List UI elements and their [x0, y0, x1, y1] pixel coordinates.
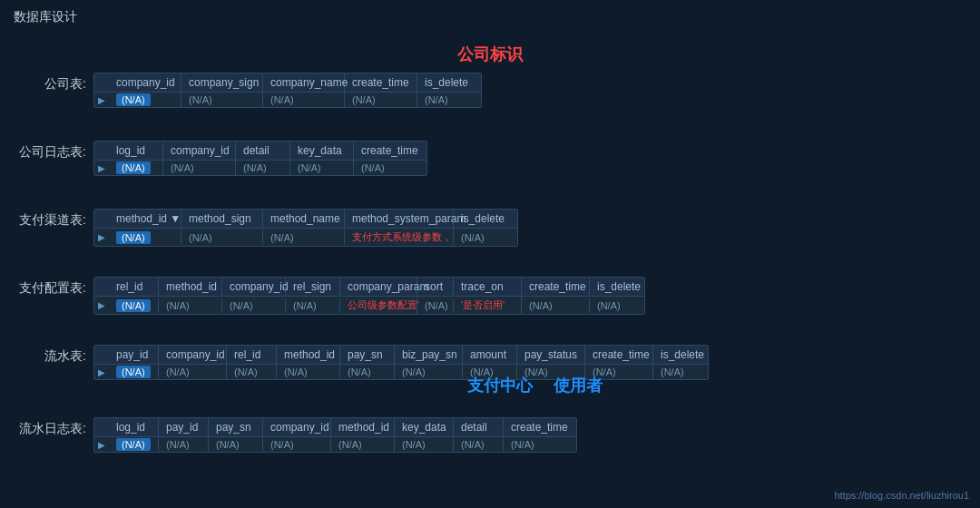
overlay-label: 支付中心: [467, 375, 533, 396]
column-header: is_delete: [454, 210, 517, 228]
column-header: method_id: [331, 418, 395, 436]
table-cell: (N/A): [109, 230, 181, 245]
column-header: create_time: [522, 278, 590, 296]
column-header: key_data: [290, 142, 354, 160]
row-expand-icon[interactable]: ▶: [94, 366, 109, 379]
table-cell: (N/A): [109, 298, 159, 313]
row-label: 流水表:: [14, 345, 86, 365]
table-cell: (N/A): [590, 298, 644, 313]
table-cell: (N/A): [109, 161, 163, 175]
table-cell: (N/A): [354, 161, 426, 175]
table-cell: (N/A): [454, 437, 504, 452]
column-header: detail: [454, 418, 504, 436]
table-cell: (N/A): [653, 365, 708, 379]
table-cell: (N/A): [181, 93, 263, 107]
table-cell: (N/A): [236, 161, 290, 175]
table-cell: (N/A): [159, 298, 222, 313]
column-header: method_id: [159, 278, 222, 296]
row-label: 流水日志表:: [14, 417, 86, 437]
column-header: log_id: [109, 142, 163, 160]
table-cell: (N/A): [290, 161, 354, 175]
row-expand-icon[interactable]: ▶: [94, 230, 109, 244]
column-header: method_name: [263, 210, 345, 228]
table-cell: (N/A): [340, 365, 395, 379]
row-expand-icon[interactable]: ▶: [94, 438, 109, 452]
row-label: 支付渠道表:: [14, 209, 86, 229]
table-cell: (N/A): [163, 161, 236, 175]
column-header: rel_id: [109, 278, 159, 296]
table-cell: (N/A): [417, 298, 454, 313]
overlay-label: 使用者: [554, 375, 603, 396]
column-header: is_delete: [653, 346, 708, 364]
table-cell: (N/A): [263, 437, 331, 452]
table-cell: (N/A): [109, 93, 181, 107]
column-header: method_id: [277, 346, 340, 364]
table-row: 流水日志表:log_idpay_idpay_sncompany_idmethod…: [14, 417, 577, 453]
db-table: company_idcompany_signcompany_namecreate…: [93, 73, 482, 108]
column-header: biz_pay_sn: [395, 346, 463, 364]
table-cell: (N/A): [109, 365, 159, 379]
column-header: detail: [236, 142, 290, 160]
table-row: 公司表:company_idcompany_signcompany_namecr…: [14, 73, 482, 108]
table-cell: (N/A): [286, 298, 340, 313]
table-row: 流水表:pay_idcompany_idrel_idmethod_idpay_s…: [14, 345, 709, 380]
table-cell: (N/A): [263, 93, 345, 107]
db-table: log_idcompany_iddetailkey_datacreate_tim…: [93, 141, 427, 176]
column-header: company_id: [159, 346, 227, 364]
column-header: create_time: [504, 418, 576, 436]
watermark: https://blog.csdn.net/liuzhirou1: [834, 490, 969, 501]
column-header: company_id: [109, 73, 181, 92]
row-label: 支付配置表:: [14, 277, 86, 297]
column-header: sort: [417, 278, 454, 296]
table-cell: (N/A): [109, 437, 159, 452]
column-header: rel_id: [227, 346, 277, 364]
table-cell: (N/A): [159, 365, 227, 379]
column-header: key_data: [395, 418, 454, 436]
row-expand-icon[interactable]: ▶: [94, 93, 109, 107]
table-cell: (N/A): [454, 230, 517, 245]
column-header: company_id: [163, 142, 236, 160]
column-header: create_time: [354, 142, 426, 160]
table-row: 支付渠道表:method_id ▼method_signmethod_namem…: [14, 209, 518, 247]
column-header: method_sign: [181, 210, 263, 228]
row-label: 公司表:: [14, 73, 86, 93]
column-header: pay_status: [517, 346, 585, 364]
table-row: 支付配置表:rel_idmethod_idcompany_idrel_signc…: [14, 277, 645, 315]
table-cell: (N/A): [222, 298, 286, 313]
table-cell: (N/A): [263, 230, 345, 245]
center-label: 公司标识: [0, 44, 980, 65]
table-cell: 公司级参数配置': [340, 297, 417, 314]
table-cell: (N/A): [395, 437, 454, 452]
column-header: is_delete: [417, 73, 481, 92]
column-header: trace_on: [454, 278, 522, 296]
column-header: is_delete: [590, 278, 644, 296]
column-header: method_id ▼: [109, 210, 181, 228]
table-cell: 支付方式系统级参数，: [345, 229, 454, 246]
row-expand-icon[interactable]: ▶: [94, 161, 109, 175]
row-expand-icon[interactable]: ▶: [94, 298, 109, 312]
db-table: method_id ▼method_signmethod_namemethod_…: [93, 209, 518, 247]
column-header: company_id: [222, 278, 286, 296]
column-header: method_system_param: [345, 210, 454, 228]
column-header: rel_sign: [286, 278, 340, 296]
column-header: company_name: [263, 73, 345, 92]
column-header: log_id: [109, 418, 159, 436]
table-cell: (N/A): [159, 437, 209, 452]
column-header: create_time: [585, 346, 653, 364]
table-cell: '是否启用': [454, 297, 522, 314]
column-header: pay_sn: [340, 346, 395, 364]
table-cell: (N/A): [277, 365, 340, 379]
table-cell: (N/A): [522, 298, 590, 313]
db-table: rel_idmethod_idcompany_idrel_signcompany…: [93, 277, 645, 315]
table-row: 公司日志表:log_idcompany_iddetailkey_datacrea…: [14, 141, 427, 176]
column-header: create_time: [345, 73, 417, 92]
column-header: company_sign: [181, 73, 263, 92]
page-title: 数据库设计: [14, 9, 77, 25]
table-cell: (N/A): [209, 437, 263, 452]
column-header: amount: [463, 346, 517, 364]
column-header: pay_sn: [209, 418, 263, 436]
table-cell: (N/A): [395, 365, 463, 379]
column-header: pay_id: [159, 418, 209, 436]
db-table: pay_idcompany_idrel_idmethod_idpay_snbiz…: [93, 345, 709, 380]
table-cell: (N/A): [331, 437, 395, 452]
